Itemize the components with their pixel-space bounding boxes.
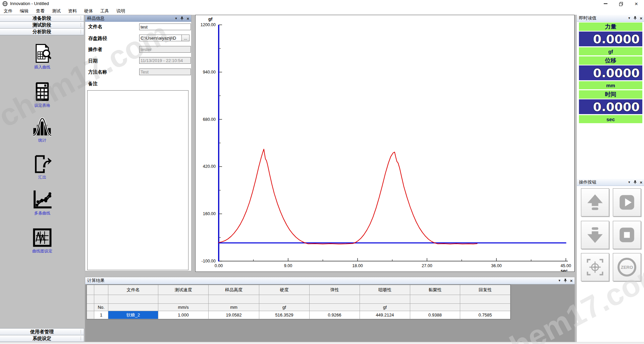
app-logo-icon (2, 1, 8, 6)
remark-textarea[interactable] (87, 90, 189, 270)
sidebar-item-table-setup[interactable]: 设定表格 (0, 82, 85, 108)
panel-close-icon[interactable]: × (186, 16, 189, 21)
arrow-up-icon (586, 194, 604, 211)
menu-item-view[interactable]: 查看 (32, 7, 48, 15)
filename-label: 文件名 (88, 24, 102, 30)
svg-text:680.00: 680.00 (203, 117, 216, 122)
controls-header: 操作按钮 ▼ × (577, 179, 644, 186)
col-resilience[interactable]: 回复性 (460, 285, 511, 295)
col-springiness[interactable]: 弹性 (310, 285, 360, 295)
method-input (139, 68, 191, 75)
jog-down-button[interactable] (581, 221, 609, 249)
operator-label: 操作者 (88, 47, 102, 53)
panel-pin-icon[interactable] (634, 180, 637, 185)
run-button[interactable] (613, 188, 641, 216)
chart-settings-icon (33, 228, 52, 247)
chart-panel: 0.009.0018.0027.0036.0045.00sec1200.0094… (195, 15, 575, 272)
restore-icon (619, 2, 623, 5)
sidebar: 准备阶段 ⋮ 测试阶段 ⋮ 分析阶段 ⋮ 插入曲线 (0, 15, 85, 342)
svg-text:1200.00: 1200.00 (201, 22, 216, 27)
panel-pin-icon[interactable] (634, 16, 637, 20)
col-cohesiveness[interactable]: 黏聚性 (410, 285, 460, 295)
time-label: 时间 (579, 90, 642, 99)
svg-text:36.00: 36.00 (491, 263, 501, 268)
menu-item-hardware[interactable]: 硬体 (80, 7, 97, 15)
cell-cohesiveness[interactable]: 0.9388 (410, 311, 460, 319)
sidebar-item-chart-settings[interactable]: 曲线图设定 (0, 228, 85, 254)
statistics-icon (33, 117, 52, 136)
panel-pin-icon[interactable] (564, 279, 567, 283)
panel-close-icon[interactable]: × (640, 16, 642, 20)
close-icon: × (635, 1, 638, 7)
panel-pin-icon[interactable] (180, 16, 183, 21)
cell-hardness[interactable]: 516.3529 (259, 311, 310, 319)
cell-filename[interactable]: 软糖_2 (108, 311, 158, 319)
sidebar-stage-prepare[interactable]: 准备阶段 ⋮ (0, 15, 84, 22)
target-icon (586, 258, 604, 276)
cell-resilience[interactable]: 0.7585 (460, 311, 511, 319)
stop-button[interactable] (613, 221, 641, 249)
panel-menu-icon[interactable]: ▼ (628, 16, 631, 20)
panel-title: 计算结果 (85, 278, 558, 284)
svg-text:9.00: 9.00 (284, 263, 292, 268)
sidebar-item-statistics[interactable]: 统计 (0, 117, 85, 143)
cell-height[interactable]: 19.0582 (209, 311, 259, 319)
panel-menu-icon[interactable]: ▼ (558, 279, 561, 282)
row-number[interactable]: 1 (94, 311, 108, 319)
window-controls: × (598, 0, 644, 7)
table-units-row: No. mm/s mm gf gf (87, 304, 511, 311)
export-icon (33, 155, 52, 173)
sidebar-item-export[interactable]: 汇出 (0, 155, 85, 180)
col-speed[interactable]: 测试速度 (158, 285, 209, 295)
force-label: 力量 (579, 22, 642, 31)
panel-menu-icon[interactable]: ▼ (174, 17, 177, 20)
target-button[interactable] (581, 253, 609, 281)
cell-chewiness[interactable]: 449.2124 (360, 311, 410, 319)
minimize-button[interactable] (598, 0, 613, 7)
panel-close-icon[interactable]: × (640, 180, 642, 185)
sample-info-header: 样品信息 ▼ × (85, 15, 191, 22)
minimize-icon (604, 3, 607, 4)
menu-item-file[interactable]: 文件 (0, 7, 16, 15)
sidebar-item-user-management[interactable]: 使用者管理 ⋮ (0, 328, 84, 335)
svg-text:18.00: 18.00 (352, 263, 363, 268)
displacement-label: 位移 (579, 56, 642, 65)
col-height[interactable]: 样品高度 (209, 285, 259, 295)
panel-menu-icon[interactable]: ▼ (628, 181, 631, 184)
application-window: Innovation - Untitled × 文件 编辑 查看 测试 资料 硬… (0, 0, 644, 344)
col-filename[interactable]: 文件名 (108, 285, 158, 295)
sidebar-item-multi-curve[interactable]: 多条曲线 (0, 190, 85, 216)
cell-speed[interactable]: 1.000 (158, 311, 209, 319)
panel-close-icon[interactable]: × (570, 279, 573, 283)
col-chewiness[interactable]: 咀嚼性 (360, 285, 410, 295)
panel-title: 即时读值 (577, 15, 628, 21)
results-table: 文件名 测试速度 样品高度 硬度 弹性 咀嚼性 黏聚性 回复性 No. (87, 285, 511, 320)
panel-title: 样品信息 (85, 15, 174, 21)
svg-text:-100.00: -100.00 (202, 259, 216, 263)
menu-item-test[interactable]: 测试 (48, 7, 64, 15)
menu-item-data[interactable]: 资料 (64, 7, 80, 15)
sidebar-item-insert-curve[interactable]: 插入曲线 (0, 44, 85, 70)
results-header: 计算结果 ▼ × (85, 277, 575, 284)
browse-button[interactable]: ... (181, 35, 190, 41)
menu-item-edit[interactable]: 编辑 (16, 7, 32, 15)
sidebar-stage-analysis[interactable]: 分析阶段 ⋮ (0, 28, 84, 35)
grip-icon: ⋮ (79, 29, 83, 35)
remark-label: 备注 (88, 81, 98, 87)
restore-button[interactable] (613, 0, 629, 7)
close-button[interactable]: × (629, 0, 644, 7)
col-hardness[interactable]: 硬度 (259, 285, 310, 295)
zero-button[interactable]: ZERO (613, 253, 641, 281)
calculator-icon (33, 82, 51, 101)
path-input[interactable] (139, 35, 182, 41)
cell-springiness[interactable]: 0.9266 (310, 311, 360, 319)
jog-up-button[interactable] (581, 188, 609, 216)
window-titlebar: Innovation - Untitled × (0, 0, 644, 7)
filename-input[interactable] (139, 23, 191, 30)
menu-item-tools[interactable]: 工具 (97, 7, 113, 15)
sample-info-body: 文件名 存盘路径 ... 操作者 日期 方法名称 备注 (85, 22, 191, 271)
sidebar-item-system-settings[interactable]: 系统设定 ⋮ (0, 335, 84, 342)
menu-item-help[interactable]: 说明 (113, 7, 129, 15)
method-label: 方法名称 (88, 69, 107, 75)
sidebar-stage-test[interactable]: 测试阶段 ⋮ (0, 21, 84, 29)
